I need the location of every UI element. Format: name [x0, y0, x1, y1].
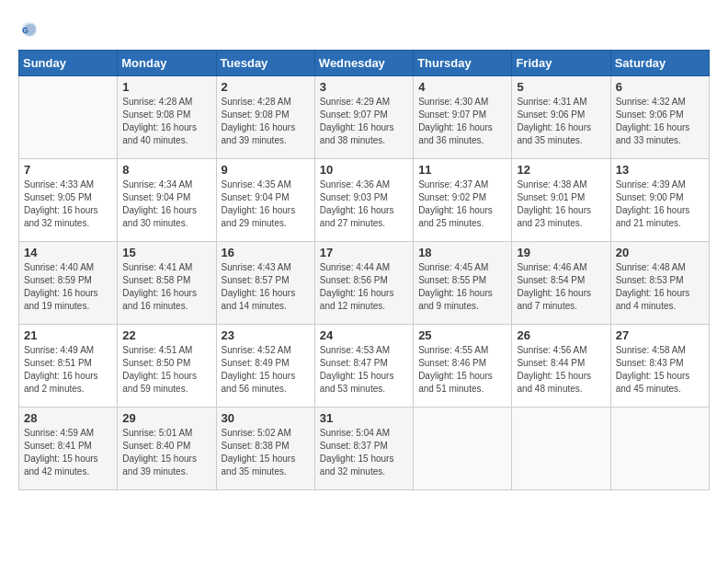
calendar-header-row: SundayMondayTuesdayWednesdayThursdayFrid…	[19, 51, 710, 76]
calendar-cell: 27Sunrise: 4:58 AM Sunset: 8:43 PM Dayli…	[610, 325, 709, 408]
cell-content: Sunrise: 4:48 AM Sunset: 8:53 PM Dayligh…	[616, 261, 704, 313]
day-number: 28	[24, 411, 112, 425]
cell-content: Sunrise: 4:46 AM Sunset: 8:54 PM Dayligh…	[517, 261, 605, 313]
cell-content: Sunrise: 4:36 AM Sunset: 9:03 PM Dayligh…	[320, 178, 408, 230]
calendar-cell: 20Sunrise: 4:48 AM Sunset: 8:53 PM Dayli…	[610, 242, 709, 325]
day-number: 1	[122, 80, 210, 94]
day-number: 22	[122, 328, 210, 342]
day-header-sunday: Sunday	[19, 51, 118, 76]
calendar-cell: 15Sunrise: 4:41 AM Sunset: 8:58 PM Dayli…	[118, 242, 216, 325]
cell-content: Sunrise: 4:45 AM Sunset: 8:55 PM Dayligh…	[418, 261, 506, 313]
cell-content: Sunrise: 4:55 AM Sunset: 8:46 PM Dayligh…	[418, 344, 506, 396]
day-number: 17	[320, 246, 408, 259]
day-header-monday: Monday	[118, 51, 216, 76]
calendar-cell: 7Sunrise: 4:33 AM Sunset: 9:05 PM Daylig…	[19, 159, 118, 242]
page-header: G	[18, 18, 710, 40]
cell-content: Sunrise: 4:37 AM Sunset: 9:02 PM Dayligh…	[418, 178, 506, 230]
calendar-cell	[512, 408, 610, 490]
day-number: 12	[517, 163, 605, 177]
calendar-cell: 30Sunrise: 5:02 AM Sunset: 8:38 PM Dayli…	[216, 408, 314, 490]
calendar-cell: 4Sunrise: 4:30 AM Sunset: 9:07 PM Daylig…	[414, 76, 512, 159]
calendar-cell: 21Sunrise: 4:49 AM Sunset: 8:51 PM Dayli…	[19, 325, 118, 408]
day-number: 23	[222, 328, 310, 342]
cell-content: Sunrise: 4:43 AM Sunset: 8:57 PM Dayligh…	[222, 261, 310, 313]
day-header-saturday: Saturday	[610, 51, 709, 76]
calendar-cell: 18Sunrise: 4:45 AM Sunset: 8:55 PM Dayli…	[414, 242, 512, 325]
calendar-cell: 22Sunrise: 4:51 AM Sunset: 8:50 PM Dayli…	[118, 325, 216, 408]
cell-content: Sunrise: 5:04 AM Sunset: 8:37 PM Dayligh…	[320, 427, 408, 478]
calendar-cell: 2Sunrise: 4:28 AM Sunset: 9:08 PM Daylig…	[216, 76, 314, 159]
cell-content: Sunrise: 4:53 AM Sunset: 8:47 PM Dayligh…	[320, 344, 408, 396]
day-number: 18	[418, 246, 506, 259]
calendar-week-row: 1Sunrise: 4:28 AM Sunset: 9:08 PM Daylig…	[19, 76, 710, 159]
calendar-cell: 1Sunrise: 4:28 AM Sunset: 9:08 PM Daylig…	[118, 76, 216, 159]
day-number: 26	[517, 328, 605, 342]
cell-content: Sunrise: 4:35 AM Sunset: 9:04 PM Dayligh…	[222, 178, 310, 230]
cell-content: Sunrise: 5:01 AM Sunset: 8:40 PM Dayligh…	[122, 427, 210, 478]
day-number: 10	[320, 163, 408, 177]
day-number: 19	[517, 246, 605, 259]
day-number: 9	[222, 163, 310, 177]
cell-content: Sunrise: 4:56 AM Sunset: 8:44 PM Dayligh…	[517, 344, 605, 396]
day-number: 21	[24, 328, 112, 342]
cell-content: Sunrise: 4:51 AM Sunset: 8:50 PM Dayligh…	[122, 344, 210, 396]
day-number: 14	[24, 246, 112, 259]
calendar-cell: 16Sunrise: 4:43 AM Sunset: 8:57 PM Dayli…	[216, 242, 314, 325]
day-number: 24	[320, 328, 408, 342]
day-number: 13	[616, 163, 704, 177]
calendar-cell: 9Sunrise: 4:35 AM Sunset: 9:04 PM Daylig…	[216, 159, 314, 242]
day-number: 30	[222, 411, 310, 425]
calendar-cell: 31Sunrise: 5:04 AM Sunset: 8:37 PM Dayli…	[314, 408, 413, 490]
logo-icon: G	[18, 18, 40, 40]
day-header-friday: Friday	[512, 51, 610, 76]
calendar-cell	[610, 408, 709, 490]
calendar-cell: 12Sunrise: 4:38 AM Sunset: 9:01 PM Dayli…	[512, 159, 610, 242]
calendar-table: SundayMondayTuesdayWednesdayThursdayFrid…	[18, 50, 710, 490]
cell-content: Sunrise: 4:31 AM Sunset: 9:06 PM Dayligh…	[517, 96, 605, 147]
day-number: 4	[418, 80, 506, 94]
cell-content: Sunrise: 4:33 AM Sunset: 9:05 PM Dayligh…	[24, 178, 112, 230]
calendar-cell: 26Sunrise: 4:56 AM Sunset: 8:44 PM Dayli…	[512, 325, 610, 408]
calendar-cell: 11Sunrise: 4:37 AM Sunset: 9:02 PM Dayli…	[414, 159, 512, 242]
day-number: 20	[616, 246, 704, 259]
cell-content: Sunrise: 4:58 AM Sunset: 8:43 PM Dayligh…	[616, 344, 704, 396]
calendar-cell: 19Sunrise: 4:46 AM Sunset: 8:54 PM Dayli…	[512, 242, 610, 325]
cell-content: Sunrise: 4:28 AM Sunset: 9:08 PM Dayligh…	[122, 96, 210, 147]
calendar-cell: 29Sunrise: 5:01 AM Sunset: 8:40 PM Dayli…	[118, 408, 216, 490]
calendar-cell: 6Sunrise: 4:32 AM Sunset: 9:06 PM Daylig…	[610, 76, 709, 159]
svg-text:G: G	[22, 26, 28, 35]
day-number: 29	[122, 411, 210, 425]
day-number: 7	[24, 163, 112, 177]
cell-content: Sunrise: 4:32 AM Sunset: 9:06 PM Dayligh…	[616, 96, 704, 147]
day-number: 27	[616, 328, 704, 342]
day-number: 15	[122, 246, 210, 259]
day-header-wednesday: Wednesday	[314, 51, 413, 76]
cell-content: Sunrise: 4:39 AM Sunset: 9:00 PM Dayligh…	[616, 178, 704, 230]
calendar-cell	[414, 408, 512, 490]
cell-content: Sunrise: 4:49 AM Sunset: 8:51 PM Dayligh…	[24, 344, 112, 396]
cell-content: Sunrise: 4:59 AM Sunset: 8:41 PM Dayligh…	[24, 427, 112, 478]
calendar-cell: 25Sunrise: 4:55 AM Sunset: 8:46 PM Dayli…	[414, 325, 512, 408]
calendar-week-row: 14Sunrise: 4:40 AM Sunset: 8:59 PM Dayli…	[19, 242, 710, 325]
calendar-cell: 8Sunrise: 4:34 AM Sunset: 9:04 PM Daylig…	[118, 159, 216, 242]
calendar-cell: 10Sunrise: 4:36 AM Sunset: 9:03 PM Dayli…	[314, 159, 413, 242]
cell-content: Sunrise: 4:40 AM Sunset: 8:59 PM Dayligh…	[24, 261, 112, 313]
cell-content: Sunrise: 5:02 AM Sunset: 8:38 PM Dayligh…	[222, 427, 310, 478]
day-number: 5	[517, 80, 605, 94]
cell-content: Sunrise: 4:30 AM Sunset: 9:07 PM Dayligh…	[418, 96, 506, 147]
cell-content: Sunrise: 4:28 AM Sunset: 9:08 PM Dayligh…	[222, 96, 310, 147]
calendar-week-row: 7Sunrise: 4:33 AM Sunset: 9:05 PM Daylig…	[19, 159, 710, 242]
day-number: 6	[616, 80, 704, 94]
logo: G	[18, 18, 44, 40]
calendar-cell: 3Sunrise: 4:29 AM Sunset: 9:07 PM Daylig…	[314, 76, 413, 159]
day-number: 16	[222, 246, 310, 259]
cell-content: Sunrise: 4:29 AM Sunset: 9:07 PM Dayligh…	[320, 96, 408, 147]
day-header-thursday: Thursday	[414, 51, 512, 76]
calendar-cell	[19, 76, 118, 159]
day-number: 8	[122, 163, 210, 177]
day-number: 2	[222, 80, 310, 94]
calendar-cell: 17Sunrise: 4:44 AM Sunset: 8:56 PM Dayli…	[314, 242, 413, 325]
calendar-cell: 13Sunrise: 4:39 AM Sunset: 9:00 PM Dayli…	[610, 159, 709, 242]
calendar-week-row: 21Sunrise: 4:49 AM Sunset: 8:51 PM Dayli…	[19, 325, 710, 408]
day-header-tuesday: Tuesday	[216, 51, 314, 76]
